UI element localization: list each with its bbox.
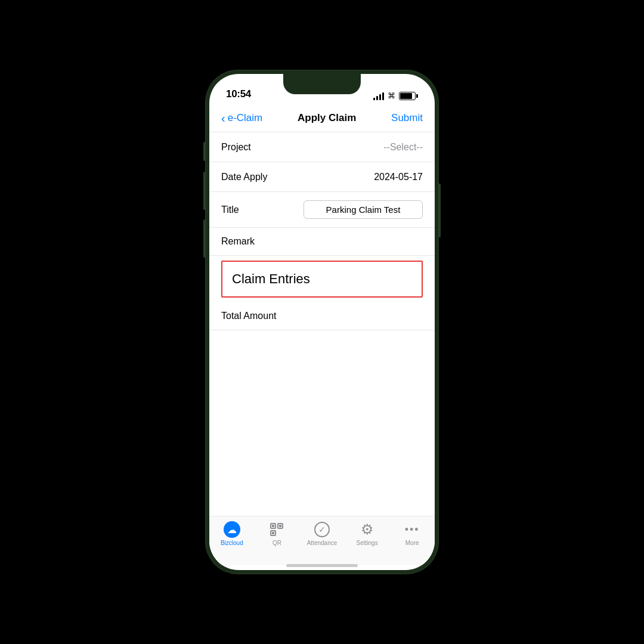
tab-more[interactable]: ••• More [389,521,435,546]
tab-settings[interactable]: ⚙ Settings [345,521,390,546]
project-label: Project [221,142,251,153]
tab-settings-label: Settings [357,540,378,546]
submit-button[interactable]: Submit [391,112,423,124]
more-icon: ••• [404,521,420,538]
date-apply-value: 2024-05-17 [374,172,423,182]
notch [283,74,361,94]
volume-down-button [203,219,206,258]
wifi-icon: ⌘ [388,91,395,100]
tab-bar: ☁ Bizcloud [209,516,435,565]
home-indicator [209,565,435,570]
remark-row[interactable]: Remark [209,228,435,256]
back-label: e-Claim [228,112,263,124]
total-amount-label: Total Amount [221,311,277,321]
phone-screen: 10:54 ⌘ 82 [209,74,435,570]
settings-icon: ⚙ [359,521,376,538]
back-button[interactable]: ‹ e-Claim [221,112,262,124]
date-apply-row[interactable]: Date Apply 2024-05-17 [209,162,435,192]
content-area: Project --Select-- Date Apply 2024-05-17… [209,132,435,516]
signal-icon [373,92,384,100]
title-input[interactable] [304,200,423,219]
claim-entries-section: Claim Entries [221,261,423,298]
battery-icon: 82 [399,92,418,100]
tab-bizcloud-label: Bizcloud [221,540,243,546]
tab-qr[interactable]: QR [255,521,300,546]
tab-more-label: More [405,540,419,546]
date-apply-label: Date Apply [221,172,267,182]
svg-rect-5 [272,532,274,534]
project-value: --Select-- [383,142,423,153]
remark-label: Remark [221,236,255,246]
attendance-icon: ✓ [314,521,330,538]
page-title: Apply Claim [298,112,356,124]
tab-bizcloud[interactable]: ☁ Bizcloud [209,521,255,546]
title-label: Title [221,205,239,215]
status-time: 10:54 [226,88,251,100]
project-row[interactable]: Project --Select-- [209,132,435,162]
svg-rect-3 [272,525,274,527]
bizcloud-icon: ☁ [224,521,240,538]
title-row[interactable]: Title [209,192,435,228]
svg-rect-4 [279,525,281,527]
mute-button [203,142,206,161]
phone-shell: 10:54 ⌘ 82 [206,70,438,574]
qr-icon [268,521,285,538]
power-button [438,184,441,237]
volume-up-button [203,172,206,210]
home-bar [286,564,358,567]
empty-content [209,330,435,516]
chevron-left-icon: ‹ [221,112,225,124]
navigation-bar: ‹ e-Claim Apply Claim Submit [209,104,435,132]
total-amount-row: Total Amount [209,302,435,330]
claim-entries-title: Claim Entries [232,271,310,286]
tab-attendance-label: Attendance [307,540,338,546]
status-icons: ⌘ 82 [373,91,418,100]
tab-attendance[interactable]: ✓ Attendance [299,521,345,546]
tab-qr-label: QR [273,540,281,546]
